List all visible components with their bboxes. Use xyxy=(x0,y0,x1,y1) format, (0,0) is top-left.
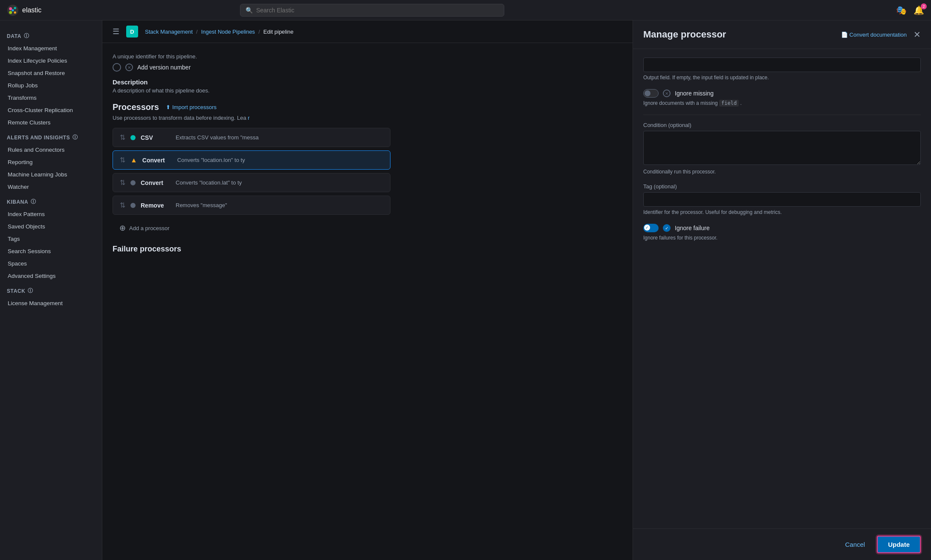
top-nav: elastic 🔍 🎭 🔔 2 xyxy=(0,0,931,20)
sidebar-item-saved-objects[interactable]: Saved Objects xyxy=(0,220,102,233)
manage-panel-header: Manage processor 📄 Convert documentation… xyxy=(633,20,931,49)
alerts-help-icon[interactable]: ⓘ xyxy=(72,134,78,141)
version-toggle-row: ✕ Add version number xyxy=(113,63,390,72)
ignore-failure-label: Ignore failure xyxy=(675,225,710,231)
version-toggle-x[interactable]: ✕ xyxy=(125,64,133,71)
warning-icon-convert1: ▲ xyxy=(130,156,137,164)
proc-desc-convert1: Converts "location.lon" to ty xyxy=(177,157,245,163)
sidebar-item-tags[interactable]: Tags xyxy=(0,233,102,245)
sidebar-item-transforms[interactable]: Transforms xyxy=(0,92,102,104)
proc-desc-csv: Extracts CSV values from "messa xyxy=(176,134,259,141)
svg-point-3 xyxy=(14,11,16,13)
svg-point-1 xyxy=(9,7,12,10)
ignore-missing-toggle-row: ✕ Ignore missing xyxy=(643,89,921,98)
menu-button[interactable]: ☰ xyxy=(113,27,119,36)
processor-row-csv[interactable]: ⇅ CSV Extracts CSV values from "messa xyxy=(113,128,390,147)
processor-row-convert1[interactable]: ⇅ ▲ Convert Converts "location.lon" to t… xyxy=(113,150,390,170)
learn-more-link[interactable]: r xyxy=(248,115,249,121)
ignore-failure-check-icon[interactable]: ✓ xyxy=(663,224,671,232)
close-panel-button[interactable]: ✕ xyxy=(914,30,921,39)
condition-input[interactable] xyxy=(643,131,921,165)
sidebar-section-data: Data ⓘ xyxy=(0,27,102,42)
sidebar-item-remote-clusters[interactable]: Remote Clusters xyxy=(0,116,102,129)
breadcrumb-stack-management[interactable]: Stack Management xyxy=(145,29,193,35)
unique-id-label: A unique identifier for this pipeline. xyxy=(113,53,390,60)
sidebar-section-alerts-label: Alerts and Insights xyxy=(7,135,70,141)
sidebar-item-search-sessions[interactable]: Search Sessions xyxy=(0,245,102,257)
sidebar-section-stack-label: Stack xyxy=(7,288,25,294)
search-input[interactable] xyxy=(256,7,499,14)
drag-icon-remove: ⇅ xyxy=(120,201,125,209)
processor-row-convert2[interactable]: ⇅ Convert Converts "location.lat" to ty xyxy=(113,173,390,192)
import-link[interactable]: ⬆ Import processors xyxy=(166,104,217,110)
processors-title: Processors xyxy=(113,102,159,112)
ignore-missing-toggle[interactable] xyxy=(643,89,659,98)
divider-1 xyxy=(643,115,921,115)
tag-input[interactable] xyxy=(643,192,921,207)
data-help-icon[interactable]: ⓘ xyxy=(24,32,29,40)
sidebar-item-cross-cluster[interactable]: Cross-Cluster Replication xyxy=(0,104,102,116)
processors-header: Processors ⬆ Import processors xyxy=(113,102,390,112)
output-field-group: Output field. If empty, the input field … xyxy=(643,58,921,81)
sidebar-item-index-patterns[interactable]: Index Patterns xyxy=(0,208,102,220)
description-title: Description xyxy=(113,78,390,86)
update-button[interactable]: Update xyxy=(877,536,921,553)
tag-group: Tag (optional) Identifier for the proces… xyxy=(643,183,921,215)
drag-icon-convert1: ⇅ xyxy=(120,156,125,164)
sidebar-item-spaces[interactable]: Spaces xyxy=(0,257,102,270)
status-dot-remove xyxy=(130,203,136,208)
import-icon: ⬆ xyxy=(166,104,171,110)
status-dot-csv xyxy=(130,135,136,140)
svg-point-2 xyxy=(14,7,16,9)
proc-desc-remove: Removes "message" xyxy=(176,202,227,208)
kibana-help-icon[interactable]: ⓘ xyxy=(31,198,36,205)
status-dot-convert2 xyxy=(130,180,136,185)
output-field-input[interactable] xyxy=(643,58,921,72)
stack-help-icon[interactable]: ⓘ xyxy=(28,287,33,294)
manage-panel-body: Output field. If empty, the input field … xyxy=(633,49,931,528)
help-icon[interactable]: 🎭 xyxy=(896,5,907,15)
manage-header-right: 📄 Convert documentation ✕ xyxy=(841,30,921,39)
condition-label: Condition (optional) xyxy=(643,122,921,128)
sidebar-item-watcher[interactable]: Watcher xyxy=(0,181,102,193)
elastic-logo: elastic xyxy=(7,4,41,16)
ignore-missing-label: Ignore missing xyxy=(675,90,714,97)
sidebar-item-reporting[interactable]: Reporting xyxy=(0,156,102,168)
user-avatar: D xyxy=(126,26,138,38)
processors-desc: Use processors to transform data before … xyxy=(113,115,390,121)
breadcrumb-sep-1: / xyxy=(196,29,198,35)
ignore-missing-group: ✕ Ignore missing Ignore documents with a… xyxy=(643,89,921,106)
cancel-button[interactable]: Cancel xyxy=(838,537,872,551)
sidebar-item-license[interactable]: License Management xyxy=(0,297,102,309)
proc-name-csv: CSV xyxy=(141,134,171,141)
sidebar-item-index-management[interactable]: Index Management xyxy=(0,42,102,55)
drag-icon-convert2: ⇅ xyxy=(120,179,125,187)
sidebar-item-rules[interactable]: Rules and Connectors xyxy=(0,144,102,156)
breadcrumb-ingest-pipelines[interactable]: Ingest Node Pipelines xyxy=(201,29,255,35)
breadcrumb-current: Edit pipeline xyxy=(263,29,294,35)
sidebar-item-ml-jobs[interactable]: Machine Learning Jobs xyxy=(0,168,102,181)
ignore-failure-toggle[interactable] xyxy=(643,224,659,232)
nav-icons: 🎭 🔔 2 xyxy=(896,5,924,15)
tag-hint: Identifier for the processor. Useful for… xyxy=(643,209,921,215)
search-bar[interactable]: 🔍 xyxy=(240,4,504,17)
proc-name-convert2: Convert xyxy=(141,179,171,186)
output-field-hint: Output field. If empty, the input field … xyxy=(643,75,921,81)
version-toggle-circle[interactable] xyxy=(113,63,121,72)
proc-name-convert1: Convert xyxy=(142,157,172,164)
version-label: Add version number xyxy=(137,64,191,71)
notification-icon[interactable]: 🔔 2 xyxy=(914,5,924,15)
convert-doc-link[interactable]: 📄 Convert documentation xyxy=(841,32,907,38)
failure-title: Failure processors xyxy=(113,245,390,254)
sidebar-item-rollup[interactable]: Rollup Jobs xyxy=(0,79,102,92)
sidebar-item-index-lifecycle[interactable]: Index Lifecycle Policies xyxy=(0,55,102,67)
add-processor-btn[interactable]: ⊕ Add a processor xyxy=(113,218,390,238)
sidebar-item-snapshot[interactable]: Snapshot and Restore xyxy=(0,67,102,79)
sidebar-item-advanced-settings[interactable]: Advanced Settings xyxy=(0,270,102,282)
tag-label: Tag (optional) xyxy=(643,183,921,190)
processor-row-remove[interactable]: ⇅ Remove Removes "message" xyxy=(113,196,390,215)
sidebar-section-kibana-label: Kibana xyxy=(7,199,28,205)
add-icon: ⊕ xyxy=(119,223,126,233)
condition-hint: Conditionally run this processor. xyxy=(643,169,921,175)
ignore-missing-x-icon[interactable]: ✕ xyxy=(663,89,671,97)
